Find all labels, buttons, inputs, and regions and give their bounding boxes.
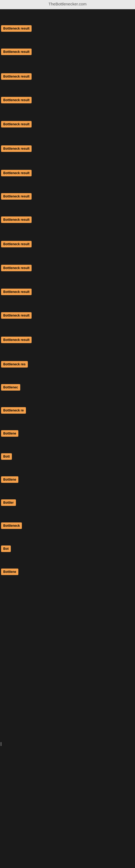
site-title: TheBottlenecker.com (49, 2, 87, 6)
bottleneck-row-15[interactable]: Bottleneck res (0, 361, 28, 369)
bottleneck-row-7[interactable]: Bottleneck result (0, 169, 32, 178)
bottleneck-badge[interactable]: Bottleneck result (1, 337, 32, 343)
bottleneck-row-5[interactable]: Bottleneck result (0, 120, 32, 129)
bottleneck-row-11[interactable]: Bottleneck result (0, 264, 32, 273)
bottleneck-badge[interactable]: Bott (1, 453, 12, 460)
bottleneck-row-23[interactable]: Bot (0, 545, 11, 554)
page-wrapper: TheBottlenecker.com Bottleneck resultBot… (0, 0, 135, 868)
bottleneck-row-24[interactable]: Bottlene (0, 568, 18, 577)
bottleneck-badge[interactable]: Bottleneck result (1, 170, 32, 176)
bottleneck-badge[interactable]: Bottleneck result (1, 265, 32, 271)
bottleneck-badge[interactable]: Bottlene (1, 476, 18, 483)
bottleneck-badge[interactable]: Bot (1, 546, 11, 552)
bottleneck-row-17[interactable]: Bottleneck re (0, 407, 26, 415)
bottleneck-row-21[interactable]: Bottler (0, 499, 16, 507)
bottleneck-badge[interactable]: Bottlenec (1, 384, 20, 391)
bottleneck-badge[interactable]: Bottlene (1, 430, 18, 437)
bottleneck-badge[interactable]: Bottleneck result (1, 97, 32, 103)
bottleneck-row-19[interactable]: Bott (0, 453, 12, 461)
bottleneck-badge[interactable]: Bottleneck result (1, 73, 32, 80)
bottleneck-row-3[interactable]: Bottleneck result (0, 73, 32, 82)
items-container: Bottleneck resultBottleneck resultBottle… (0, 9, 135, 868)
bottleneck-badge[interactable]: Bottleneck result (1, 241, 32, 247)
bottleneck-row-16[interactable]: Bottlenec (0, 383, 20, 392)
bottleneck-row-6[interactable]: Bottleneck result (0, 145, 32, 154)
bottleneck-badge[interactable]: Bottleneck result (1, 25, 32, 32)
bottleneck-row-1[interactable]: Bottleneck result (0, 25, 32, 33)
bottleneck-row-20[interactable]: Bottlene (0, 476, 18, 485)
bottleneck-row-2[interactable]: Bottleneck result (0, 48, 32, 57)
bottleneck-badge[interactable]: Bottleneck result (1, 121, 32, 127)
bottleneck-badge[interactable]: Bottlene (1, 568, 18, 575)
bottleneck-badge[interactable]: Bottleneck result (1, 289, 32, 295)
bottleneck-row-8[interactable]: Bottleneck result (0, 193, 32, 201)
bottleneck-row-14[interactable]: Bottleneck result (0, 336, 32, 345)
bottleneck-row-18[interactable]: Bottlene (0, 430, 18, 438)
bottleneck-row-13[interactable]: Bottleneck result (0, 312, 32, 320)
bottleneck-badge[interactable]: Bottleneck result (1, 193, 32, 199)
bottleneck-badge[interactable]: Bottleneck result (1, 216, 32, 223)
bottleneck-row-4[interactable]: Bottleneck result (0, 96, 32, 105)
bottleneck-row-9[interactable]: Bottleneck result (0, 216, 32, 225)
site-header: TheBottlenecker.com (0, 0, 135, 9)
bottleneck-badge[interactable]: Bottleneck re (1, 407, 26, 414)
bottleneck-row-22[interactable]: Bottleneck (0, 522, 22, 531)
bottleneck-badge[interactable]: Bottleneck result (1, 49, 32, 55)
bottleneck-badge[interactable]: Bottleneck res (1, 361, 28, 368)
bottleneck-row-10[interactable]: Bottleneck result (0, 240, 32, 249)
bottleneck-badge[interactable]: Bottleneck (1, 522, 22, 529)
bottleneck-badge[interactable]: Bottleneck result (1, 312, 32, 319)
bottleneck-badge[interactable]: Bottler (1, 499, 16, 506)
bottleneck-row-12[interactable]: Bottleneck result (0, 288, 32, 297)
bottleneck-badge[interactable]: Bottleneck result (1, 145, 32, 152)
cursor-indicator: | (1, 742, 2, 746)
